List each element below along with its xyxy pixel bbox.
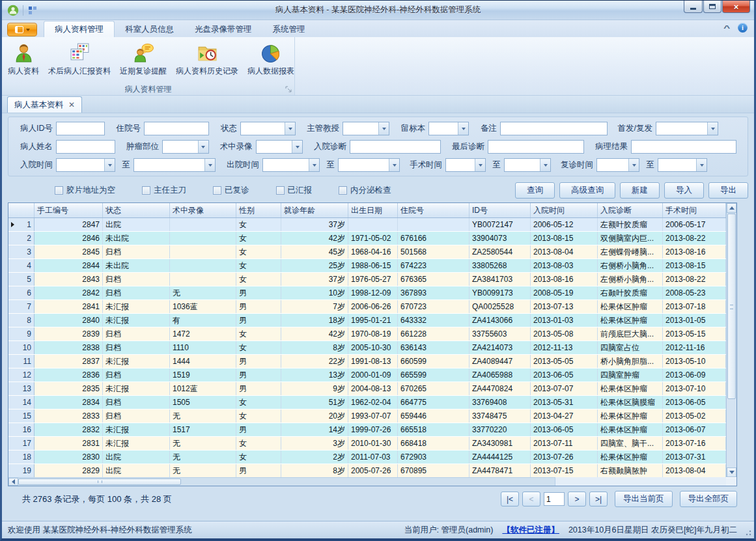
action-button[interactable]: 高级查询: [559, 182, 615, 199]
combo-dropdown-button[interactable]: [458, 122, 468, 135]
ribbon-button-revisit-reminder[interactable]: 近期复诊提醒: [116, 40, 171, 83]
search-input[interactable]: [488, 140, 584, 154]
combo-dropdown-button[interactable]: [204, 159, 215, 171]
grid-column-header[interactable]: 状态: [103, 203, 170, 217]
table-row[interactable]: 22846未出院女42岁1971-05-02676166339040732013…: [8, 232, 736, 245]
ribbon-tab[interactable]: 光盘录像带管理: [184, 21, 262, 37]
ribbon-tab[interactable]: 病人资料管理: [44, 21, 115, 37]
combo-dropdown-button[interactable]: [389, 159, 399, 171]
combo-box[interactable]: [133, 158, 216, 172]
maximize-button[interactable]: [703, 1, 721, 13]
vertical-scrollbar[interactable]: [726, 203, 736, 477]
table-row[interactable]: 172831未汇报无女3岁2010-01-30668418ZA343098120…: [8, 437, 736, 451]
combo-dropdown-button[interactable]: [292, 141, 302, 153]
filter-checkbox[interactable]: 胶片地址为空: [55, 185, 115, 196]
grid-column-header[interactable]: 入院时间: [531, 203, 598, 217]
ribbon-button-history-records[interactable]: 病人资料历史记录: [172, 40, 242, 83]
ribbon-tab[interactable]: 系统管理: [262, 21, 316, 37]
document-tab-patient-basic-info[interactable]: 病人基本资料 ✕: [7, 96, 82, 113]
combo-dropdown-button[interactable]: [309, 159, 319, 171]
filter-checkbox[interactable]: 内分泌检查: [339, 185, 391, 196]
grid-column-header[interactable]: 出生日期: [348, 203, 398, 217]
combo-box[interactable]: [56, 158, 115, 172]
search-input[interactable]: [56, 122, 105, 135]
table-row[interactable]: 152833归档无女20岁1993-07-0765944633748475201…: [8, 409, 736, 423]
export-current-page-button[interactable]: 导出当前页: [615, 491, 673, 507]
table-row[interactable]: 102838归档1110女8岁2005-10-30636143ZA4214073…: [8, 341, 736, 355]
search-input[interactable]: [500, 122, 608, 135]
action-button[interactable]: 导入: [664, 182, 704, 199]
combo-box[interactable]: [656, 122, 718, 135]
table-row[interactable]: 112837未汇报1444男22岁1991-08-13660599ZA40894…: [8, 355, 736, 368]
scroll-up-button[interactable]: [727, 203, 736, 213]
combo-dropdown-button[interactable]: [198, 141, 208, 153]
filter-checkbox[interactable]: 主任主刀: [142, 185, 186, 196]
search-input[interactable]: [56, 140, 115, 154]
scroll-down-button[interactable]: [727, 467, 736, 477]
tab-close-icon[interactable]: ✕: [68, 101, 75, 109]
prev-page-button[interactable]: <: [522, 492, 540, 506]
combo-dropdown-button[interactable]: [696, 159, 707, 171]
table-row[interactable]: 42844未出院女25岁1988-06-15674223338052682013…: [8, 259, 736, 273]
table-row[interactable]: 52843归档女37岁1976-05-27676365ZA38417032013…: [8, 273, 736, 286]
table-row[interactable]: 182830出院无女2岁2011-07-03672903ZA4444125201…: [8, 451, 736, 464]
resize-grip-icon[interactable]: [744, 528, 751, 536]
grid-column-header[interactable]: 就诊年龄: [281, 203, 348, 217]
vertical-scroll-track[interactable]: [727, 400, 736, 467]
export-all-pages-button[interactable]: 导出全部页: [680, 491, 738, 507]
ribbon-collapse-icon[interactable]: ^: [723, 24, 730, 32]
table-row[interactable]: 192829出院无男8岁2005-07-26670895ZA4478471201…: [8, 464, 736, 478]
table-row[interactable]: 162832未汇报1517男14岁1999-07-266655183377022…: [8, 423, 736, 437]
action-button[interactable]: 查询: [515, 182, 555, 199]
table-row[interactable]: 122836归档1519男13岁2000-01-09665599ZA406598…: [8, 368, 736, 382]
combo-box[interactable]: [256, 140, 303, 154]
info-icon[interactable]: i: [738, 23, 748, 33]
minimize-button[interactable]: [684, 1, 703, 13]
combo-dropdown-button[interactable]: [707, 122, 718, 135]
action-button[interactable]: 导出: [708, 182, 748, 199]
combo-box[interactable]: [343, 122, 389, 135]
horizontal-scroll-thumb[interactable]: [18, 479, 181, 485]
table-row[interactable]: 92839归档1472女42岁1970-08-19661228337556032…: [8, 327, 736, 341]
page-number-input[interactable]: [544, 492, 565, 506]
combo-box[interactable]: [240, 122, 296, 135]
first-page-button[interactable]: |<: [501, 492, 519, 506]
table-row[interactable]: 62842归档无男10岁1998-12-09367893YB0099173200…: [8, 286, 736, 300]
search-input[interactable]: [350, 140, 441, 154]
grid-column-header[interactable]: 性别: [236, 203, 281, 217]
grid-column-header[interactable]: 手工编号: [35, 203, 103, 217]
last-page-button[interactable]: >|: [589, 492, 608, 506]
table-row[interactable]: 72841未汇报1036蓝男7岁2006-06-26670723QA002552…: [8, 300, 736, 314]
combo-box[interactable]: [658, 158, 707, 172]
ribbon-button-patient-info[interactable]: 病人资料: [4, 40, 43, 83]
combo-dropdown-button[interactable]: [378, 122, 389, 135]
table-row[interactable]: 12847出院女37岁YB00721472006-05-12左额叶胶质瘤2006…: [8, 218, 736, 232]
grid-column-header[interactable]: 住院号: [398, 203, 469, 217]
vertical-scroll-thumb[interactable]: [727, 214, 736, 399]
checkbox-icon[interactable]: [276, 186, 285, 195]
table-row[interactable]: 82840未汇报有男18岁1995-01-21643332ZA414306620…: [8, 314, 736, 327]
grid-column-header[interactable]: 入院诊断: [598, 203, 663, 217]
registration-status-link[interactable]: 【软件已注册】: [502, 525, 559, 536]
combo-box[interactable]: [596, 158, 639, 172]
grid-column-header[interactable]: 术中录像: [170, 203, 236, 217]
dialog-launcher-icon[interactable]: [285, 86, 292, 93]
application-menu-button[interactable]: [7, 23, 37, 36]
combo-dropdown-button[interactable]: [475, 159, 485, 171]
combo-box[interactable]: [162, 140, 209, 154]
combo-box[interactable]: [445, 158, 486, 172]
filter-checkbox[interactable]: 已汇报: [276, 185, 313, 196]
combo-dropdown-button[interactable]: [285, 122, 295, 135]
filter-checkbox[interactable]: 已复诊: [213, 185, 249, 196]
search-input[interactable]: [631, 140, 736, 154]
scroll-left-button[interactable]: [8, 478, 18, 486]
ribbon-tab[interactable]: 科室人员信息: [115, 21, 184, 37]
quick-access-toolbar-icon[interactable]: [27, 5, 38, 16]
ribbon-button-postop-reports[interactable]: 术后病人汇报资料: [44, 40, 115, 83]
checkbox-icon[interactable]: [339, 186, 347, 195]
checkbox-icon[interactable]: [213, 186, 221, 195]
table-row[interactable]: 32845归档女45岁1968-04-16501568ZA25805442013…: [8, 245, 736, 259]
search-input[interactable]: [144, 122, 209, 135]
ribbon-button-data-reports[interactable]: 病人数据报表: [244, 40, 298, 83]
horizontal-scrollbar[interactable]: [8, 477, 555, 486]
